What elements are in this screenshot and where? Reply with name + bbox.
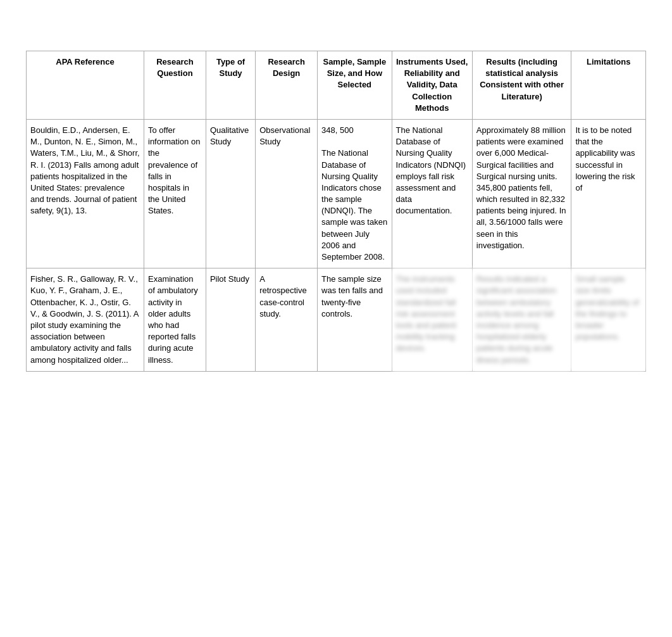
cell-rq: To offer information on the prevalence o… <box>144 119 206 268</box>
table-header-row: APA Reference Research Question Type of … <box>27 51 646 120</box>
cell-ss: 348, 500The National Database of Nursing… <box>318 119 392 268</box>
cell-apa: Bouldin, E.D., Andersen, E. M., Dunton, … <box>27 119 144 268</box>
cell-inst: The National Database of Nursing Quality… <box>392 119 472 268</box>
cell-rd: Observational Study <box>256 119 318 268</box>
cell-rq: Examination of ambulatory activity in ol… <box>144 268 206 372</box>
header-rq: Research Question <box>144 51 206 120</box>
cell-apa: Fisher, S. R., Galloway, R. V., Kuo, Y. … <box>27 268 144 372</box>
cell-ts: Qualitative Study <box>206 119 255 268</box>
header-res: Results (including statistical analysis … <box>472 51 571 120</box>
cell-res: Results indicated a significant associat… <box>472 268 571 372</box>
cell-rd: A retrospective case-control study. <box>256 268 318 372</box>
header-inst: Instruments Used, Reliability and Validi… <box>392 51 472 120</box>
cell-lim: It is to be noted that the applicability… <box>571 119 646 268</box>
cell-res: Approximately 88 million patients were e… <box>472 119 571 268</box>
cell-ss: The sample size was ten falls and twenty… <box>318 268 392 372</box>
header-ss: Sample, Sample Size, and How Selected <box>318 51 392 120</box>
cell-ts: Pilot Study <box>206 268 255 372</box>
header-apa: APA Reference <box>27 51 144 120</box>
header-rd: Research Design <box>256 51 318 120</box>
cell-inst: The instruments used included standardiz… <box>392 268 472 372</box>
header-ts: Type of Study <box>206 51 255 120</box>
table-row: Bouldin, E.D., Andersen, E. M., Dunton, … <box>27 119 646 268</box>
literature-review-table: APA Reference Research Question Type of … <box>26 51 646 372</box>
cell-lim: Small sample size limits generalizabilit… <box>571 268 646 372</box>
table-row: Fisher, S. R., Galloway, R. V., Kuo, Y. … <box>27 268 646 372</box>
header-lim: Limitations <box>571 51 646 120</box>
